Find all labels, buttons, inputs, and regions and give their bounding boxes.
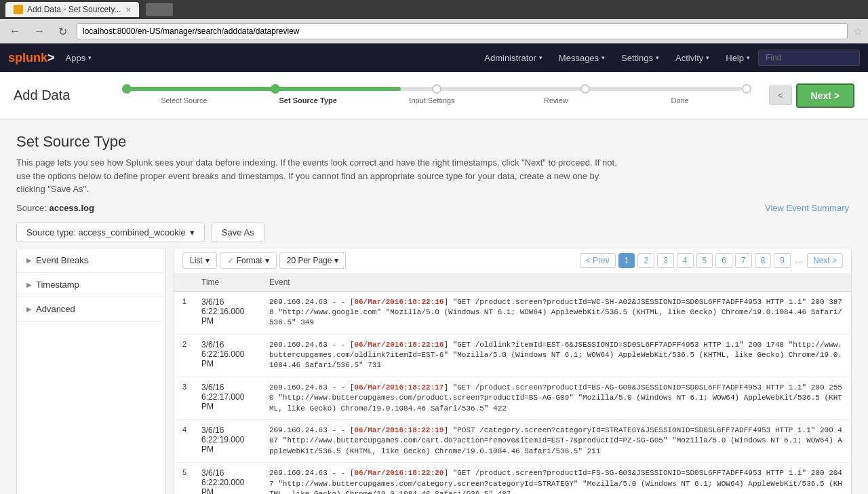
view-event-summary-link[interactable]: View Event Summary [765,203,849,213]
apps-chevron-icon: ▾ [88,54,92,61]
bookmark-star-icon[interactable]: ☆ [853,25,863,38]
events-table: Time Event 13/6/16 6:22:16.000 PM209.160… [174,273,851,495]
row-number: 4 [174,420,195,463]
browser-tab-bar: Add Data - Set Sourcety... ✕ [0,0,868,19]
activity-chevron-icon: ▾ [706,54,709,61]
table-row: 33/6/16 6:22:17.000 PM209.160.24.63 - - … [174,377,851,419]
row-event: 209.160.24.63 - - [06/Mar/2016:18:22:16]… [262,334,851,377]
timestamp-triangle-icon: ▶ [26,281,32,288]
back-button[interactable]: ← [5,24,24,39]
panel-item-event-breaks[interactable]: ▶ Event Breaks [17,248,165,273]
address-bar-input[interactable] [77,23,848,39]
table-toolbar: List ▾ ✓ Format ▾ 20 Per Page ▾ < Prev 1… [174,248,851,273]
tab-favicon [14,5,23,14]
page-button-3[interactable]: 3 [657,253,674,268]
wizard-bar: Add Data Select Source Set Source Type I… [0,72,868,119]
help-chevron-icon: ▾ [747,54,750,61]
col-header-num [174,273,195,292]
row-time: 3/6/16 6:22:17.000 PM [195,377,262,419]
row-number: 3 [174,377,195,419]
data-panel: List ▾ ✓ Format ▾ 20 Per Page ▾ < Prev 1… [174,248,852,495]
panel-item-advanced[interactable]: ▶ Advanced [17,297,165,322]
reload-button[interactable]: ↻ [54,24,71,39]
new-tab-area [146,3,173,16]
format-chevron-icon: ▾ [265,256,269,265]
next-button[interactable]: Next > [796,83,854,108]
progress-track [122,87,742,91]
row-time: 3/6/16 6:22:19.000 PM [195,420,262,463]
page-button-5[interactable]: 5 [696,253,713,268]
browser-chrome: Add Data - Set Sourcety... ✕ ← → ↻ ☆ [0,0,868,43]
navbar-administrator[interactable]: Administrator ▾ [476,43,551,72]
step-label-1: Select Source [122,96,246,104]
row-number: 1 [174,291,195,334]
per-page-button[interactable]: 20 Per Page ▾ [279,252,347,269]
col-header-time: Time [195,273,262,292]
row-event: 209.160.24.63 - - [06/Mar/2016:18:22:16]… [262,291,851,334]
prev-page-button[interactable]: < Prev [580,253,616,268]
step-dot-3 [432,84,441,94]
event-text-highlight: 06/Mar/2016:18:22:20 [354,469,443,477]
next-page-button[interactable]: Next > [807,253,843,268]
tab-title: Add Data - Set Sourcety... [27,5,121,14]
source-type-button[interactable]: Source type: access_combined_wcookie ▾ [16,223,205,242]
event-breaks-triangle-icon: ▶ [26,256,32,264]
table-row: 43/6/16 6:22:19.000 PM209.160.24.63 - - … [174,420,851,463]
step-dot-2 [271,84,280,94]
page-button-9[interactable]: 9 [774,253,791,268]
content-area: ▶ Event Breaks ▶ Timestamp ▶ Advanced Li… [16,248,852,495]
page-button-8[interactable]: 8 [755,253,772,268]
panel-item-timestamp[interactable]: ▶ Timestamp [17,273,165,297]
navbar-activity[interactable]: Activity ▾ [667,43,717,72]
pagination: < Prev 1 2 3 4 5 6 7 8 9 … Next > [580,253,843,268]
step-label-3: Input Settings [370,96,494,104]
list-chevron-icon: ▾ [205,256,210,265]
splunk-logo: splunk> [8,51,55,65]
page-button-6[interactable]: 6 [715,253,732,268]
page-button-4[interactable]: 4 [677,253,694,268]
progress-fill [122,87,401,91]
format-button[interactable]: ✓ Format ▾ [220,252,277,269]
table-row: 13/6/16 6:22:16.000 PM209.160.24.63 - - … [174,291,851,334]
col-header-event: Event [262,273,851,292]
step-label-2: Set Source Type [246,96,370,104]
table-row: 53/6/16 6:22:20.000 PM209.160.24.63 - - … [174,463,851,494]
top-navbar: splunk> Apps ▾ Administrator ▾ Messages … [0,43,868,72]
admin-chevron-icon: ▾ [539,54,542,61]
page-button-1[interactable]: 1 [618,253,635,268]
row-time: 3/6/16 6:22:20.000 PM [195,463,262,494]
event-text-pre: 209.160.24.63 - - [ [269,298,354,306]
active-tab[interactable]: Add Data - Set Sourcety... ✕ [5,2,139,17]
table-scroll[interactable]: Time Event 13/6/16 6:22:16.000 PM209.160… [174,273,851,495]
event-text-pre: 209.160.24.63 - - [ [269,341,354,349]
step-dot-5 [742,84,751,94]
forward-button[interactable]: → [30,24,49,39]
table-row: 23/6/16 6:22:16.000 PM209.160.24.63 - - … [174,334,851,377]
save-as-button[interactable]: Save As [212,223,264,242]
event-text-highlight: 06/Mar/2016:18:22:16 [354,298,443,306]
row-time: 3/6/16 6:22:16.000 PM [195,291,262,334]
per-page-chevron-icon: ▾ [334,256,338,265]
find-input[interactable] [758,50,860,66]
left-toolbar: Source type: access_combined_wcookie ▾ S… [16,223,264,242]
wizard-title: Add Data [14,88,88,103]
event-text-pre: 209.160.24.63 - - [ [269,469,354,477]
navbar-apps[interactable]: Apps ▾ [58,43,100,72]
prev-button[interactable]: < [769,86,792,105]
page-button-2[interactable]: 2 [637,253,654,268]
source-value: access.log [49,203,94,213]
tab-close-icon[interactable]: ✕ [125,6,131,14]
messages-chevron-icon: ▾ [601,54,605,61]
navbar-settings[interactable]: Settings ▾ [613,43,667,72]
wizard-nav: < Next > [769,83,854,108]
page-button-7[interactable]: 7 [735,253,752,268]
list-button[interactable]: List ▾ [182,252,217,269]
event-text-pre: 209.160.24.63 - - [ [269,426,354,434]
row-number: 2 [174,334,195,377]
row-number: 5 [174,463,195,494]
row-event: 209.160.24.63 - - [06/Mar/2016:18:22:20]… [262,463,851,494]
left-panel: ▶ Event Breaks ▶ Timestamp ▶ Advanced [16,248,165,495]
navbar-help[interactable]: Help ▾ [717,43,758,72]
navbar-messages[interactable]: Messages ▾ [551,43,613,72]
page-description: This page lets you see how Splunk sees y… [16,156,627,196]
